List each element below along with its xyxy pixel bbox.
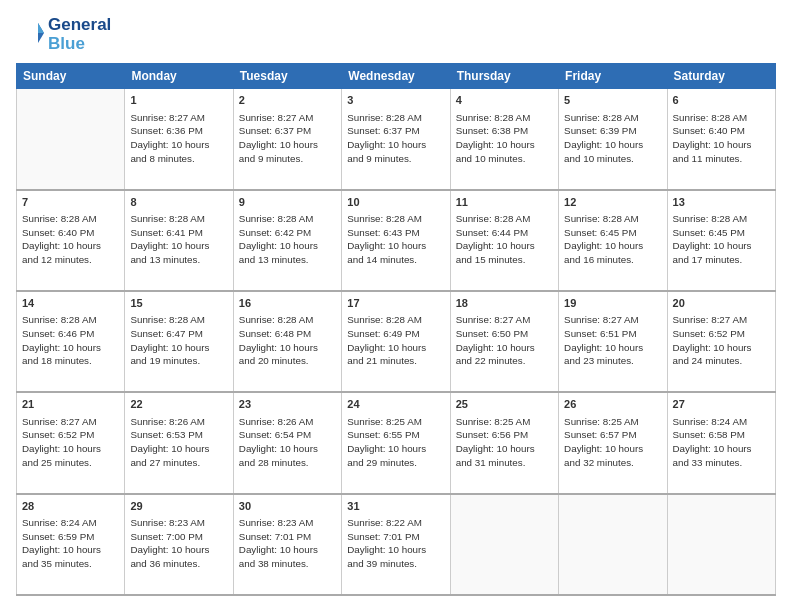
day-number: 2	[239, 93, 336, 108]
logo-icon	[16, 19, 44, 47]
day-info: Sunrise: 8:28 AMSunset: 6:46 PMDaylight:…	[22, 313, 119, 368]
day-cell: 4Sunrise: 8:28 AMSunset: 6:38 PMDaylight…	[450, 89, 558, 190]
day-info: Sunrise: 8:27 AMSunset: 6:51 PMDaylight:…	[564, 313, 661, 368]
day-cell: 25Sunrise: 8:25 AMSunset: 6:56 PMDayligh…	[450, 392, 558, 493]
day-info: Sunrise: 8:28 AMSunset: 6:45 PMDaylight:…	[673, 212, 770, 267]
day-number: 30	[239, 499, 336, 514]
week-row-5: 28Sunrise: 8:24 AMSunset: 6:59 PMDayligh…	[17, 494, 776, 595]
day-info: Sunrise: 8:23 AMSunset: 7:00 PMDaylight:…	[130, 516, 227, 571]
day-number: 14	[22, 296, 119, 311]
day-cell	[667, 494, 775, 595]
day-cell: 13Sunrise: 8:28 AMSunset: 6:45 PMDayligh…	[667, 190, 775, 291]
day-info: Sunrise: 8:26 AMSunset: 6:54 PMDaylight:…	[239, 415, 336, 470]
column-header-thursday: Thursday	[450, 64, 558, 89]
day-cell: 31Sunrise: 8:22 AMSunset: 7:01 PMDayligh…	[342, 494, 450, 595]
day-number: 25	[456, 397, 553, 412]
day-number: 21	[22, 397, 119, 412]
day-cell: 26Sunrise: 8:25 AMSunset: 6:57 PMDayligh…	[559, 392, 667, 493]
column-header-tuesday: Tuesday	[233, 64, 341, 89]
day-number: 20	[673, 296, 770, 311]
day-info: Sunrise: 8:28 AMSunset: 6:40 PMDaylight:…	[22, 212, 119, 267]
day-cell	[559, 494, 667, 595]
day-cell: 11Sunrise: 8:28 AMSunset: 6:44 PMDayligh…	[450, 190, 558, 291]
svg-marker-1	[38, 23, 44, 33]
day-number: 16	[239, 296, 336, 311]
day-number: 17	[347, 296, 444, 311]
day-number: 26	[564, 397, 661, 412]
day-cell: 30Sunrise: 8:23 AMSunset: 7:01 PMDayligh…	[233, 494, 341, 595]
week-row-2: 7Sunrise: 8:28 AMSunset: 6:40 PMDaylight…	[17, 190, 776, 291]
day-info: Sunrise: 8:28 AMSunset: 6:42 PMDaylight:…	[239, 212, 336, 267]
day-info: Sunrise: 8:27 AMSunset: 6:52 PMDaylight:…	[673, 313, 770, 368]
day-info: Sunrise: 8:28 AMSunset: 6:39 PMDaylight:…	[564, 111, 661, 166]
day-cell: 21Sunrise: 8:27 AMSunset: 6:52 PMDayligh…	[17, 392, 125, 493]
day-number: 1	[130, 93, 227, 108]
column-header-friday: Friday	[559, 64, 667, 89]
day-number: 23	[239, 397, 336, 412]
calendar-header-row: SundayMondayTuesdayWednesdayThursdayFrid…	[17, 64, 776, 89]
day-info: Sunrise: 8:25 AMSunset: 6:57 PMDaylight:…	[564, 415, 661, 470]
day-info: Sunrise: 8:27 AMSunset: 6:37 PMDaylight:…	[239, 111, 336, 166]
day-number: 3	[347, 93, 444, 108]
day-cell: 6Sunrise: 8:28 AMSunset: 6:40 PMDaylight…	[667, 89, 775, 190]
day-cell: 9Sunrise: 8:28 AMSunset: 6:42 PMDaylight…	[233, 190, 341, 291]
day-info: Sunrise: 8:28 AMSunset: 6:49 PMDaylight:…	[347, 313, 444, 368]
day-info: Sunrise: 8:28 AMSunset: 6:43 PMDaylight:…	[347, 212, 444, 267]
day-info: Sunrise: 8:28 AMSunset: 6:41 PMDaylight:…	[130, 212, 227, 267]
day-number: 31	[347, 499, 444, 514]
day-info: Sunrise: 8:26 AMSunset: 6:53 PMDaylight:…	[130, 415, 227, 470]
day-cell	[450, 494, 558, 595]
day-info: Sunrise: 8:28 AMSunset: 6:47 PMDaylight:…	[130, 313, 227, 368]
day-cell: 29Sunrise: 8:23 AMSunset: 7:00 PMDayligh…	[125, 494, 233, 595]
day-cell: 1Sunrise: 8:27 AMSunset: 6:36 PMDaylight…	[125, 89, 233, 190]
day-info: Sunrise: 8:28 AMSunset: 6:44 PMDaylight:…	[456, 212, 553, 267]
day-cell	[17, 89, 125, 190]
day-cell: 2Sunrise: 8:27 AMSunset: 6:37 PMDaylight…	[233, 89, 341, 190]
logo: General Blue	[16, 16, 111, 53]
day-number: 13	[673, 195, 770, 210]
day-info: Sunrise: 8:25 AMSunset: 6:56 PMDaylight:…	[456, 415, 553, 470]
day-cell: 23Sunrise: 8:26 AMSunset: 6:54 PMDayligh…	[233, 392, 341, 493]
week-row-4: 21Sunrise: 8:27 AMSunset: 6:52 PMDayligh…	[17, 392, 776, 493]
column-header-saturday: Saturday	[667, 64, 775, 89]
day-info: Sunrise: 8:28 AMSunset: 6:40 PMDaylight:…	[673, 111, 770, 166]
day-info: Sunrise: 8:25 AMSunset: 6:55 PMDaylight:…	[347, 415, 444, 470]
day-cell: 12Sunrise: 8:28 AMSunset: 6:45 PMDayligh…	[559, 190, 667, 291]
day-number: 4	[456, 93, 553, 108]
header: General Blue	[16, 16, 776, 53]
day-number: 27	[673, 397, 770, 412]
day-cell: 10Sunrise: 8:28 AMSunset: 6:43 PMDayligh…	[342, 190, 450, 291]
day-cell: 19Sunrise: 8:27 AMSunset: 6:51 PMDayligh…	[559, 291, 667, 392]
day-info: Sunrise: 8:27 AMSunset: 6:50 PMDaylight:…	[456, 313, 553, 368]
day-cell: 16Sunrise: 8:28 AMSunset: 6:48 PMDayligh…	[233, 291, 341, 392]
day-cell: 17Sunrise: 8:28 AMSunset: 6:49 PMDayligh…	[342, 291, 450, 392]
column-header-wednesday: Wednesday	[342, 64, 450, 89]
day-number: 18	[456, 296, 553, 311]
day-number: 9	[239, 195, 336, 210]
column-header-sunday: Sunday	[17, 64, 125, 89]
day-info: Sunrise: 8:28 AMSunset: 6:37 PMDaylight:…	[347, 111, 444, 166]
day-number: 7	[22, 195, 119, 210]
day-info: Sunrise: 8:28 AMSunset: 6:48 PMDaylight:…	[239, 313, 336, 368]
day-info: Sunrise: 8:28 AMSunset: 6:38 PMDaylight:…	[456, 111, 553, 166]
day-number: 8	[130, 195, 227, 210]
day-info: Sunrise: 8:28 AMSunset: 6:45 PMDaylight:…	[564, 212, 661, 267]
day-info: Sunrise: 8:27 AMSunset: 6:36 PMDaylight:…	[130, 111, 227, 166]
day-cell: 27Sunrise: 8:24 AMSunset: 6:58 PMDayligh…	[667, 392, 775, 493]
week-row-1: 1Sunrise: 8:27 AMSunset: 6:36 PMDaylight…	[17, 89, 776, 190]
day-number: 28	[22, 499, 119, 514]
day-info: Sunrise: 8:27 AMSunset: 6:52 PMDaylight:…	[22, 415, 119, 470]
day-number: 19	[564, 296, 661, 311]
day-cell: 7Sunrise: 8:28 AMSunset: 6:40 PMDaylight…	[17, 190, 125, 291]
day-cell: 5Sunrise: 8:28 AMSunset: 6:39 PMDaylight…	[559, 89, 667, 190]
day-number: 12	[564, 195, 661, 210]
day-number: 10	[347, 195, 444, 210]
day-cell: 24Sunrise: 8:25 AMSunset: 6:55 PMDayligh…	[342, 392, 450, 493]
logo-blue: Blue	[48, 35, 111, 54]
day-number: 11	[456, 195, 553, 210]
day-cell: 28Sunrise: 8:24 AMSunset: 6:59 PMDayligh…	[17, 494, 125, 595]
day-number: 29	[130, 499, 227, 514]
day-number: 22	[130, 397, 227, 412]
day-info: Sunrise: 8:24 AMSunset: 6:58 PMDaylight:…	[673, 415, 770, 470]
day-number: 24	[347, 397, 444, 412]
